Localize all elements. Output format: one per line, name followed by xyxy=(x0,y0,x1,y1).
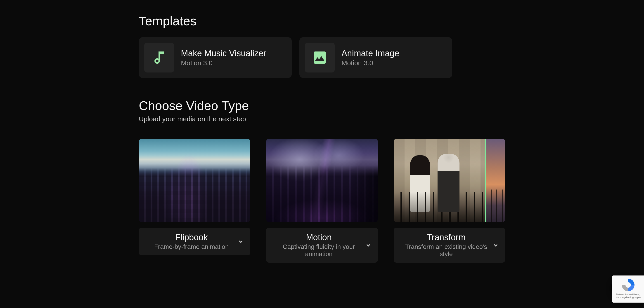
video-type-subtitle: Captivating fluidity in your animation xyxy=(272,243,365,258)
video-type-title: Transform xyxy=(400,233,492,242)
video-type-card-motion: Motion Captivating fluidity in your anim… xyxy=(266,139,378,263)
video-thumbnail-transform[interactable] xyxy=(394,139,505,222)
choose-video-heading: Choose Video Type xyxy=(139,98,505,113)
template-subtitle: Motion 3.0 xyxy=(181,59,266,67)
chevron-down-icon xyxy=(492,242,499,248)
chevron-down-icon xyxy=(238,238,244,245)
recaptcha-privacy-link[interactable]: Datenschutzerklärung xyxy=(616,293,640,296)
template-title: Make Music Visualizer xyxy=(181,49,266,58)
templates-heading: Templates xyxy=(139,13,505,28)
recaptcha-badge[interactable]: Datenschutzerklärung Nutzungsbedingungen xyxy=(612,276,644,303)
video-type-card-flipbook: Flipbook Frame-by-frame animation xyxy=(139,139,250,263)
video-thumbnail-motion[interactable] xyxy=(266,139,378,222)
video-type-subtitle: Transform an existing video's style xyxy=(400,243,492,258)
video-types-row: Flipbook Frame-by-frame animation Motion… xyxy=(139,139,505,263)
recaptcha-icon xyxy=(621,278,636,292)
chevron-down-icon xyxy=(365,242,372,248)
template-card-music-visualizer[interactable]: Make Music Visualizer Motion 3.0 xyxy=(139,37,292,78)
video-type-info-flipbook[interactable]: Flipbook Frame-by-frame animation xyxy=(139,228,250,255)
music-icon xyxy=(144,43,174,72)
template-card-animate-image[interactable]: Animate Image Motion 3.0 xyxy=(300,37,452,78)
choose-video-subheading: Upload your media on the next step xyxy=(139,115,505,123)
image-icon xyxy=(305,43,335,72)
templates-row: Make Music Visualizer Motion 3.0 Animate… xyxy=(139,37,505,78)
template-title: Animate Image xyxy=(342,49,399,58)
video-type-title: Motion xyxy=(272,233,365,242)
video-thumbnail-flipbook[interactable] xyxy=(139,139,250,222)
video-type-card-transform: Transform Transform an existing video's … xyxy=(394,139,505,263)
recaptcha-terms-link[interactable]: Nutzungsbedingungen xyxy=(616,296,640,299)
video-type-info-motion[interactable]: Motion Captivating fluidity in your anim… xyxy=(266,228,378,263)
video-type-info-transform[interactable]: Transform Transform an existing video's … xyxy=(394,228,505,263)
video-type-title: Flipbook xyxy=(145,233,238,242)
video-type-subtitle: Frame-by-frame animation xyxy=(145,243,238,250)
template-subtitle: Motion 3.0 xyxy=(342,59,399,67)
